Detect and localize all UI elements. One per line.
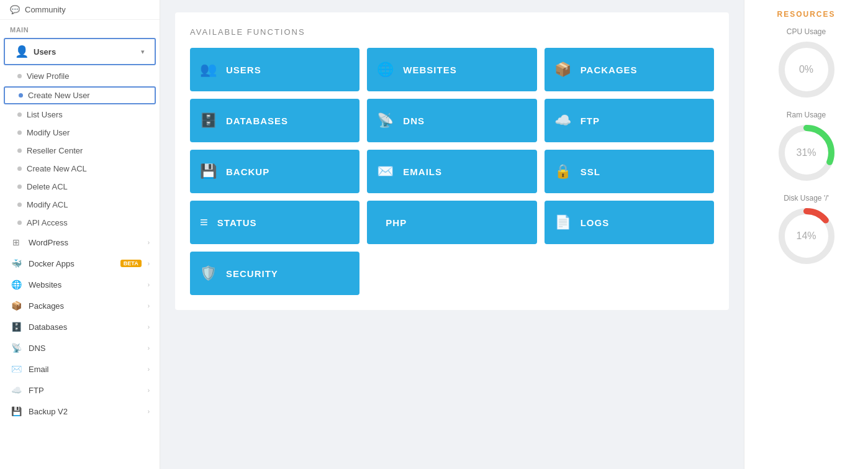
dot-icon [17, 148, 22, 153]
function-icon: 🗄️ [200, 112, 217, 129]
functions-card: AVAILABLE FUNCTIONS 👥 USERS🌐 WEBSITES📦 P… [175, 12, 729, 310]
nav-label: WordPress [29, 238, 142, 247]
function-btn-websites[interactable]: 🌐 WEBSITES [367, 48, 536, 91]
function-icon: 👥 [200, 61, 217, 78]
nav-icon: 📦 [10, 301, 22, 311]
function-btn-logs[interactable]: 📄 LOGS [545, 201, 714, 244]
function-btn-ssl[interactable]: 🔒 SSL [545, 150, 714, 193]
nav-label: DNS [29, 344, 142, 353]
sidebar-nav-item[interactable]: 📡 DNS › [0, 337, 160, 358]
community-icon: 💬 [10, 5, 20, 14]
sidebar-sub-item[interactable]: API Access [0, 214, 160, 232]
sidebar-nav-item[interactable]: 🗄️ Databases › [0, 316, 160, 337]
sidebar-sub-item[interactable]: Create New ACL [0, 160, 160, 178]
sidebar-nav-items: ⊞ WordPress › 🐳 Docker Apps BETA › 🌐 Web… [0, 232, 160, 422]
main-content: AVAILABLE FUNCTIONS 👥 USERS🌐 WEBSITES📦 P… [160, 0, 744, 469]
nav-chevron-icon: › [148, 239, 150, 246]
sidebar-nav-item[interactable]: 💾 Backup V2 › [0, 401, 160, 422]
nav-label: Websites [29, 280, 142, 289]
function-btn-php[interactable]: PHP [367, 201, 536, 244]
sidebar-nav-item[interactable]: ⊞ WordPress › [0, 232, 160, 253]
dot-icon [17, 221, 22, 225]
sub-item-label: List Users [27, 110, 63, 119]
function-label: DATABASES [226, 116, 288, 126]
resources-title: RESOURCES [754, 10, 858, 19]
dot-icon [17, 74, 22, 78]
beta-badge: BETA [120, 260, 142, 267]
dot-icon [17, 130, 22, 135]
sidebar-nav-item[interactable]: 🐳 Docker Apps BETA › [0, 253, 160, 274]
sidebar-sub-item[interactable]: Modify ACL [0, 196, 160, 214]
function-btn-ftp[interactable]: ☁️ FTP [545, 99, 714, 142]
function-icon: 🛡️ [200, 265, 217, 281]
donut-text: 14% [796, 230, 816, 242]
nav-icon: 🌐 [10, 280, 22, 289]
sidebar-nav-item[interactable]: ☁️ FTP › [0, 380, 160, 401]
function-label: LOGS [581, 217, 610, 228]
function-label: PACKAGES [581, 65, 638, 75]
donut-text: 31% [796, 147, 816, 158]
function-icon: 💾 [200, 163, 217, 180]
nav-chevron-icon: › [148, 408, 150, 415]
sub-item-label: Modify ACL [27, 200, 68, 209]
sidebar-sub-item[interactable]: Delete ACL [0, 178, 160, 196]
sidebar-sub-item[interactable]: Modify User [0, 124, 160, 142]
donut-chart: 31% [775, 122, 838, 184]
function-icon: 📡 [377, 112, 394, 129]
resource-label: Ram Usage [787, 111, 826, 119]
sidebar-item-users[interactable]: 👤 Users ▾ [4, 38, 156, 65]
sub-item-label: Delete ACL [27, 182, 68, 191]
sidebar-nav-item[interactable]: 🌐 Websites › [0, 274, 160, 295]
nav-label: Docker Apps [29, 259, 114, 268]
function-label: SSL [581, 166, 600, 177]
function-label: FTP [581, 116, 600, 126]
nav-icon: 💾 [10, 406, 22, 416]
function-btn-security[interactable]: 🛡️ SECURITY [190, 252, 359, 295]
sidebar-sub-item[interactable]: Create New User [4, 86, 156, 104]
resources-items: CPU Usage 0% Ram Usage 31% Disk Usage '/… [775, 27, 838, 277]
function-label: PHP [386, 217, 407, 228]
users-icon: 👤 [15, 45, 29, 58]
nav-chevron-icon: › [148, 345, 150, 352]
sidebar-nav-item[interactable]: 📦 Packages › [0, 295, 160, 316]
function-icon: ✉️ [377, 163, 394, 180]
function-btn-dns[interactable]: 📡 DNS [367, 99, 536, 142]
nav-chevron-icon: › [148, 387, 150, 394]
function-btn-databases[interactable]: 🗄️ DATABASES [190, 99, 359, 142]
function-icon: 📦 [554, 61, 572, 78]
sidebar-sub-item[interactable]: View Profile [0, 67, 160, 85]
function-btn-packages[interactable]: 📦 PACKAGES [545, 48, 714, 91]
nav-chevron-icon: › [148, 260, 150, 267]
function-icon: ≡ [200, 214, 209, 230]
function-label: BACKUP [226, 166, 269, 177]
functions-grid: 👥 USERS🌐 WEBSITES📦 PACKAGES🗄️ DATABASES📡… [190, 48, 714, 295]
function-btn-backup[interactable]: 💾 BACKUP [190, 150, 359, 193]
nav-chevron-icon: › [148, 281, 150, 288]
dot-icon [17, 184, 22, 189]
function-btn-emails[interactable]: ✉️ EMAILS [367, 150, 536, 193]
available-functions-title: AVAILABLE FUNCTIONS [190, 27, 714, 37]
dot-icon [17, 203, 22, 207]
function-btn-status[interactable]: ≡ STATUS [190, 201, 359, 244]
sidebar-sub-item[interactable]: Reseller Center [0, 142, 160, 160]
nav-chevron-icon: › [148, 303, 150, 309]
sidebar-community-item[interactable]: 💬 Community [0, 0, 160, 20]
sidebar-nav-item[interactable]: ✉️ Email › [0, 358, 160, 380]
dot-icon [17, 112, 22, 117]
function-label: WEBSITES [403, 65, 456, 75]
sub-item-label: Create New ACL [27, 164, 87, 173]
sidebar-sub-item[interactable]: List Users [0, 106, 160, 124]
resource-label: Disk Usage '/' [784, 194, 829, 203]
sub-item-label: Modify User [27, 128, 70, 137]
donut-chart: 0% [775, 39, 838, 101]
function-label: STATUS [217, 217, 257, 228]
function-btn-users[interactable]: 👥 USERS [190, 48, 359, 91]
sub-item-label: Reseller Center [27, 146, 83, 155]
nav-label: Databases [29, 322, 142, 332]
nav-label: Email [29, 365, 142, 374]
function-icon: ☁️ [554, 112, 572, 129]
function-label: EMAILS [403, 166, 442, 177]
sub-item-label: View Profile [27, 71, 69, 81]
nav-icon: ⊞ [10, 237, 22, 247]
nav-icon: ☁️ [10, 385, 22, 395]
